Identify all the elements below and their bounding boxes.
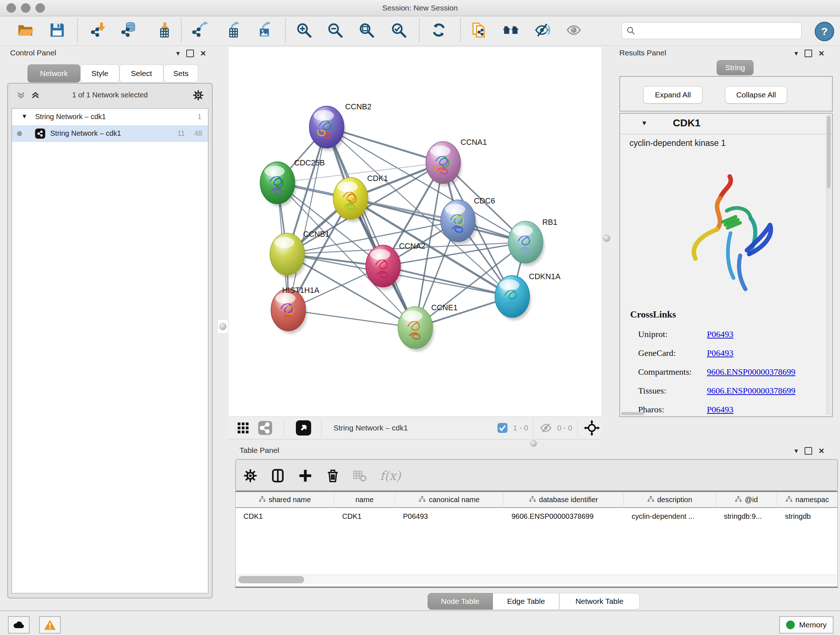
node-table[interactable]: shared namenamecanonical namedatabase id… [235, 491, 838, 586]
first-neighbors-button[interactable] [501, 21, 521, 41]
export-image-icon [254, 22, 270, 40]
bottom-splitter-handle[interactable] [531, 440, 537, 447]
column-header-database-identifier[interactable]: database identifier [504, 492, 624, 508]
export-table-icon [222, 22, 239, 40]
network-node-ccnb1[interactable]: CCNB1 [270, 230, 330, 278]
table-cell[interactable]: CDK1 [334, 509, 395, 524]
delete-column-icon[interactable] [324, 467, 341, 485]
entry-collapse-triangle-icon[interactable]: ▼ [641, 119, 647, 127]
control-panel-close-icon[interactable]: × [201, 49, 206, 58]
column-header-namespac[interactable]: namespac [777, 492, 837, 508]
add-column-icon[interactable] [297, 467, 314, 485]
fit-content-button[interactable] [356, 21, 377, 41]
column-header--id[interactable]: @id [716, 492, 777, 508]
crosslink-link[interactable]: P06493 [707, 405, 733, 415]
tab-edge-table[interactable]: Edge Table [493, 593, 559, 610]
tree-expand-triangle-icon[interactable]: ▼ [21, 113, 27, 120]
crosslink-link[interactable]: 9606.ENSP00000378699 [707, 367, 796, 377]
network-node-cdc6[interactable]: CDC6 [441, 196, 495, 245]
network-tree-network-row[interactable]: String Network – cdk1 11 48 [12, 125, 208, 142]
table-cell[interactable]: 9606.ENSP00000378699 [504, 509, 624, 524]
tab-network-table[interactable]: Network Table [559, 593, 639, 610]
expand-all-button[interactable]: Expand All [643, 86, 703, 103]
fit-selected-crosshair-icon[interactable] [584, 420, 600, 436]
birds-eye-view-icon[interactable] [295, 420, 312, 436]
network-node-hist1h1a[interactable]: HIST1H1A [271, 286, 319, 334]
export-table-button[interactable] [220, 21, 240, 41]
network-edge[interactable] [288, 310, 415, 328]
network-edge[interactable] [351, 198, 526, 242]
help-button[interactable]: ? [815, 22, 834, 41]
table-cell[interactable]: CDK1 [235, 509, 334, 524]
table-cell[interactable]: stringdb:9... [716, 509, 777, 524]
network-edge[interactable] [288, 127, 327, 310]
table-cell[interactable]: cyclin-dependent ... [624, 509, 716, 524]
column-header-canonical-name[interactable]: canonical name [395, 492, 504, 508]
grid-view-icon[interactable] [237, 420, 249, 436]
crosslink-link[interactable]: 9606.ENSP00000378699 [707, 386, 796, 396]
tab-select[interactable]: Select [119, 65, 164, 82]
show-columns-icon[interactable] [269, 467, 286, 485]
network-node-cdkn1a[interactable]: CDKN1A [495, 272, 561, 320]
search-field[interactable] [638, 24, 799, 37]
left-splitter-handle[interactable] [218, 319, 228, 334]
memory-button[interactable]: Memory [779, 616, 834, 633]
control-panel-float-icon[interactable] [186, 50, 194, 57]
open-session-button[interactable] [15, 21, 35, 41]
table-gear-icon[interactable] [242, 467, 259, 485]
clone-network-button[interactable] [469, 21, 489, 41]
control-panel-menu-icon[interactable]: ▾ [176, 50, 180, 57]
cloud-button[interactable] [8, 616, 30, 633]
crosslink-link[interactable]: P06493 [707, 329, 733, 339]
column-header-name[interactable]: name [334, 492, 395, 508]
results-panel-close-icon[interactable]: × [819, 49, 824, 58]
network-node-ccna1[interactable]: CCNA1 [426, 138, 487, 187]
table-panel-title: Table Panel [240, 446, 279, 455]
column-header-shared-name[interactable]: shared name [235, 492, 334, 508]
import-network-from-file-button[interactable] [88, 21, 108, 41]
network-node-rb1[interactable]: RB1 [508, 218, 557, 266]
import-network-from-database-button[interactable] [118, 21, 139, 41]
hide-graphics-details-button[interactable] [532, 21, 553, 41]
network-node-ccne1[interactable]: CCNE1 [398, 303, 458, 352]
results-horizontal-scrollbar[interactable] [621, 412, 644, 415]
node-label-ccna1: CCNA1 [461, 138, 487, 147]
table-cell[interactable]: stringdb [777, 509, 837, 524]
tab-sets[interactable]: Sets [164, 65, 198, 82]
network-edge[interactable] [327, 127, 415, 328]
right-splitter-handle[interactable] [603, 234, 610, 242]
network-tree-root-row[interactable]: ▼ String Network – cdk1 1 [12, 109, 208, 125]
results-panel-float-icon[interactable] [805, 50, 812, 57]
tab-string[interactable]: String [717, 60, 753, 75]
gear-icon[interactable] [193, 89, 204, 103]
crosslink-link[interactable]: P06493 [707, 348, 733, 358]
results-panel-menu-icon[interactable]: ▾ [794, 50, 798, 57]
fit-selected-button[interactable] [388, 21, 409, 41]
zoom-out-button[interactable] [325, 21, 345, 41]
selected-checkbox-icon[interactable] [497, 420, 508, 436]
table-horizontal-scrollbar[interactable] [235, 575, 837, 584]
export-network-button[interactable] [189, 21, 210, 41]
warning-icon [44, 619, 56, 630]
table-panel-menu-icon[interactable]: ▾ [794, 447, 798, 454]
collapse-all-button[interactable]: Collapse All [725, 86, 787, 103]
tab-network[interactable]: Network [27, 65, 80, 82]
import-table-from-file-button[interactable] [151, 21, 172, 41]
save-session-button[interactable] [47, 21, 67, 41]
zoom-in-button[interactable] [294, 21, 314, 41]
network-node-ccnb2[interactable]: CCNB2 [309, 103, 371, 151]
table-panel-close-icon[interactable]: × [819, 446, 824, 455]
network-canvas[interactable]: CCNB2CCNA1CDC25BCDK1CDC6RB1CCNB1CCNA2CDK… [229, 47, 601, 416]
table-cell[interactable]: P06493 [395, 509, 504, 524]
tab-style[interactable]: Style [80, 65, 119, 82]
results-entry-header[interactable]: ▼ CDK1 [620, 114, 832, 134]
apply-preferred-layout-button[interactable] [429, 21, 449, 41]
column-header-description[interactable]: description [624, 492, 716, 508]
network-share-view-icon[interactable] [257, 420, 273, 436]
tab-node-table[interactable]: Node Table [428, 593, 493, 610]
table-panel-float-icon[interactable] [805, 447, 812, 455]
results-vertical-scrollbar[interactable] [826, 115, 831, 415]
export-image-button[interactable] [252, 21, 272, 41]
search-input[interactable] [622, 22, 802, 39]
warnings-button[interactable] [39, 616, 61, 633]
